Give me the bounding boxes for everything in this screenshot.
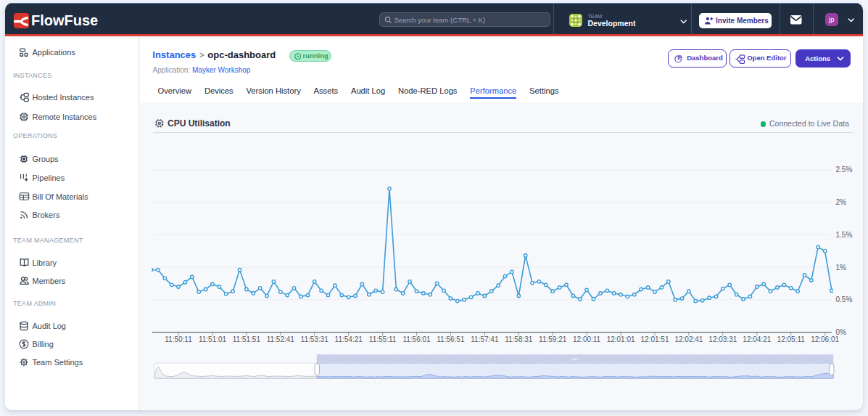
svg-text:1.5%: 1.5% bbox=[836, 231, 853, 239]
svg-text:11:55:11: 11:55:11 bbox=[369, 335, 397, 343]
svg-text:11:54:21: 11:54:21 bbox=[335, 335, 363, 343]
svg-text:12:00:11: 12:00:11 bbox=[573, 335, 601, 343]
svg-text:11:50:11: 11:50:11 bbox=[165, 335, 192, 343]
svg-text:11:51:01: 11:51:01 bbox=[199, 335, 227, 343]
svg-text:2%: 2% bbox=[836, 198, 847, 206]
svg-text:12:01:51: 12:01:51 bbox=[641, 335, 669, 343]
svg-text:11:52:41: 11:52:41 bbox=[267, 335, 295, 343]
svg-text:12:05:11: 12:05:11 bbox=[777, 335, 806, 343]
svg-text:11:59:21: 11:59:21 bbox=[539, 335, 567, 343]
svg-text:12:04:21: 12:04:21 bbox=[743, 335, 771, 343]
svg-text:0%: 0% bbox=[836, 328, 847, 336]
svg-text:12:02:41: 12:02:41 bbox=[674, 335, 703, 343]
svg-text:12:01:01: 12:01:01 bbox=[607, 335, 635, 343]
svg-text:11:53:31: 11:53:31 bbox=[301, 335, 329, 343]
svg-text:2.5%: 2.5% bbox=[836, 166, 853, 174]
svg-text:11:58:31: 11:58:31 bbox=[505, 335, 533, 343]
svg-text:12:03:31: 12:03:31 bbox=[708, 335, 737, 343]
svg-text:1%: 1% bbox=[836, 264, 847, 272]
svg-text:11:51:51: 11:51:51 bbox=[233, 335, 261, 343]
svg-text:11:56:51: 11:56:51 bbox=[437, 335, 465, 343]
svg-text:0.5%: 0.5% bbox=[836, 295, 853, 303]
svg-text:11:57:41: 11:57:41 bbox=[471, 335, 499, 343]
svg-text:11:56:01: 11:56:01 bbox=[402, 335, 431, 343]
svg-text:12:06:01: 12:06:01 bbox=[811, 335, 839, 343]
